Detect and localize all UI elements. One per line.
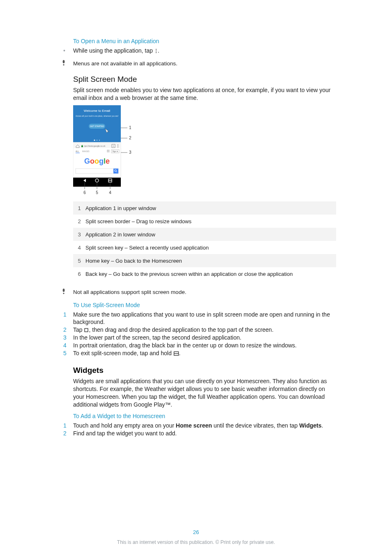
step-text: Touch and hold any empty area on your Ho… <box>73 422 323 429</box>
note-menus: Menus are not available in all applicati… <box>73 60 336 67</box>
step-pre: Tap <box>73 326 84 333</box>
callout-desc: Home key – Go back to the Homescreen <box>85 258 182 264</box>
step-bold: Widgets <box>299 422 321 429</box>
bullet-pre: While using the application, tap <box>73 47 154 54</box>
svg-text:Google: Google <box>84 157 110 165</box>
svg-rect-28 <box>109 152 109 152</box>
svg-point-8 <box>94 139 95 141</box>
svg-point-9 <box>97 140 97 141</box>
warning-icon <box>62 60 73 66</box>
svg-rect-21 <box>108 150 108 150</box>
svg-rect-24 <box>108 151 108 151</box>
illus-signin: Sign in <box>113 150 118 153</box>
bullet-dot: • <box>63 47 73 54</box>
step-bold: Home screen <box>176 422 212 429</box>
svg-rect-27 <box>108 152 108 152</box>
step-text: Tap , then drag and drop the desired app… <box>73 326 274 333</box>
svg-rect-32 <box>113 169 118 173</box>
more-vert-icon <box>154 47 158 54</box>
svg-point-17 <box>118 146 118 146</box>
svg-point-1 <box>156 51 157 51</box>
para-split-screen: Split screen mode enables you to view tw… <box>73 86 336 102</box>
table-row: 6 Back key – Go back to the previous scr… <box>73 267 336 280</box>
bullet-post: . <box>158 47 159 54</box>
step: 2 Find and tap the widget you want to ad… <box>73 430 336 437</box>
heading-open-menu: To Open a Menu in an Application <box>73 38 336 44</box>
heading-widgets: Widgets <box>73 366 336 375</box>
callout-num: 6 <box>73 271 85 277</box>
svg-rect-26 <box>107 152 108 152</box>
split-screen-illustration: Welcome to Email Access all your mail in… <box>73 105 205 198</box>
step: 3 In the lower part of the screen, tap t… <box>73 334 336 341</box>
svg-point-10 <box>99 140 100 141</box>
para-widgets: Widgets are small applications that you … <box>73 377 336 409</box>
callout-num: 1 <box>73 205 85 211</box>
callout-1: 1 <box>129 125 131 130</box>
callout-3: 3 <box>129 150 131 155</box>
step-text: To exit split-screen mode, tap and hold … <box>73 349 180 357</box>
step-post: , then drag and drop the desired applica… <box>89 326 273 333</box>
table-row: 1 Application 1 in upper window <box>73 201 336 215</box>
note-split: Not all applications support split scree… <box>73 289 336 296</box>
page: To Open a Menu in an Application • While… <box>0 0 392 555</box>
callout-5: 5 <box>96 190 98 195</box>
svg-rect-31 <box>76 169 118 173</box>
svg-rect-13 <box>81 146 83 147</box>
step: 4 In portrait orientation, drag the blac… <box>73 342 336 349</box>
callout-table: 1 Application 1 in upper window 2 Split … <box>73 201 336 280</box>
heading-add-widget: To Add a Widget to the Homescreen <box>73 413 336 419</box>
footer-text: This is an internet version of this publ… <box>0 539 392 545</box>
callout-desc: Back key – Go back to the previous scree… <box>85 271 293 277</box>
note-text: Not all applications support split scree… <box>73 289 186 296</box>
heading-split-screen: Split Screen Mode <box>73 75 336 84</box>
callout-4: 4 <box>109 190 111 195</box>
svg-point-0 <box>156 49 157 50</box>
step-frag: . <box>322 422 323 429</box>
step-number: 5 <box>63 349 73 357</box>
step-number: 2 <box>63 326 73 333</box>
step-number: 4 <box>63 342 73 349</box>
step-number: 2 <box>63 430 73 437</box>
svg-point-47 <box>63 293 64 294</box>
svg-rect-22 <box>109 150 109 150</box>
step-text: Find and tap the widget you want to add. <box>73 430 177 437</box>
svg-rect-20 <box>107 150 108 150</box>
table-row: 5 Home key – Go back to the Homescreen <box>73 254 336 267</box>
callout-num: 2 <box>73 218 85 224</box>
svg-text:1: 1 <box>113 145 114 147</box>
step: 2 Tap , then drag and drop the desired a… <box>73 326 336 333</box>
step-number: 1 <box>63 422 73 429</box>
steps-add-widget: 1 Touch and hold any empty area on your … <box>73 422 336 437</box>
callout-desc: Application 2 in lower window <box>85 231 155 238</box>
step-frag: until the device vibrates, then tap <box>212 422 299 429</box>
note-text: Menus are not available in all applicati… <box>73 60 178 67</box>
callout-2: 2 <box>129 136 131 140</box>
illus-email-title: Welcome to Email <box>84 109 111 113</box>
step-frag: Touch and hold any empty area on your <box>73 422 176 429</box>
bullet-text: While using the application, tap . <box>73 47 159 54</box>
table-row: 3 Application 2 in lower window <box>73 228 336 241</box>
page-number: 26 <box>0 529 392 535</box>
illus-tab-images: IMAGES <box>82 150 90 153</box>
callout-desc: Application 1 in upper window <box>85 205 156 211</box>
illus-tab-all: ALL <box>76 150 79 153</box>
callout-desc: Split screen key – Select a recently use… <box>85 245 209 251</box>
callout-desc: Split screen border – Drag to resize win… <box>85 218 191 224</box>
heading-use-split: To Use Split-Screen Mode <box>73 302 336 308</box>
split-screen-icon <box>173 349 179 357</box>
step-number: 3 <box>63 334 73 341</box>
step: 1 Make sure the two applications that yo… <box>73 311 336 326</box>
table-row: 2 Split screen border – Drag to resize w… <box>73 215 336 228</box>
step-text: In the lower part of the screen, tap the… <box>73 334 241 341</box>
steps-use-split: 1 Make sure the two applications that yo… <box>73 311 336 357</box>
svg-point-18 <box>118 147 118 148</box>
step-text: In portrait orientation, drag the black … <box>73 342 297 349</box>
svg-point-46 <box>63 289 65 292</box>
svg-rect-48 <box>85 328 88 332</box>
table-row: 4 Split screen key – Select a recently u… <box>73 241 336 254</box>
callout-num: 5 <box>73 258 85 264</box>
svg-point-2 <box>156 52 157 53</box>
step: 1 Touch and hold any empty area on your … <box>73 422 336 429</box>
svg-point-4 <box>63 64 64 65</box>
illus-get-started: GET STARTED <box>90 125 104 127</box>
